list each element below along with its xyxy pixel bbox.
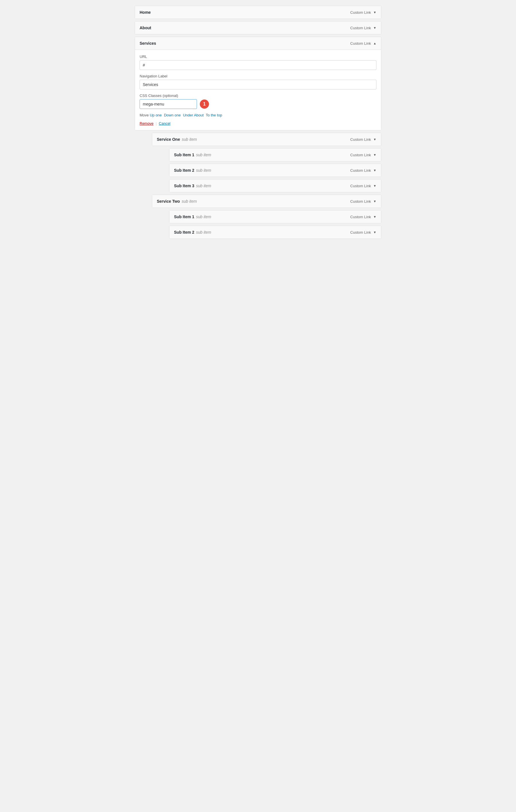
menu-item-type-label-sub-item-2b: Custom Link [350, 230, 371, 235]
menu-item-title-sub-item-2b: Sub Item 2sub item [174, 230, 211, 235]
menu-item-block-sub-item-3a: Sub Item 3sub itemCustom Link▼ [169, 179, 381, 193]
menu-item-header-sub-item-1b[interactable]: Sub Item 1sub itemCustom Link▼ [170, 210, 381, 223]
menu-item-type-about: Custom Link▼ [350, 26, 376, 30]
menu-item-block-sub-item-1a: Sub Item 1sub itemCustom Link▼ [169, 148, 381, 162]
step-badge: 1 [200, 99, 209, 109]
nav-label-label: Navigation Label [140, 74, 376, 78]
move-link-up-one[interactable]: Up one [150, 113, 162, 117]
menu-item-title-about: About [140, 26, 151, 30]
menu-item-sublabel-service-two: sub item [182, 199, 197, 204]
menu-item-type-service-one: Custom Link▼ [350, 137, 376, 142]
menu-item-block-about: AboutCustom Link▼ [135, 21, 381, 34]
menu-item-title-sub-item-1a: Sub Item 1sub item [174, 152, 211, 157]
menu-item-title-sub-item-1b: Sub Item 1sub item [174, 214, 211, 219]
menu-list: HomeCustom Link▼AboutCustom Link▼Service… [135, 6, 381, 239]
action-separator: | [154, 121, 158, 125]
menu-item-title-service-two: Service Twosub item [157, 199, 197, 204]
menu-item-header-sub-item-2b[interactable]: Sub Item 2sub itemCustom Link▼ [170, 226, 381, 238]
menu-item-header-sub-item-3a[interactable]: Sub Item 3sub itemCustom Link▼ [170, 179, 381, 192]
menu-item-block-service-two: Service Twosub itemCustom Link▼ [152, 195, 381, 208]
menu-item-service-two: Service Twosub itemCustom Link▼ [152, 195, 381, 208]
menu-item-about: AboutCustom Link▼ [135, 21, 381, 34]
menu-item-header-home[interactable]: HomeCustom Link▼ [135, 6, 381, 19]
menu-item-header-sub-item-2a[interactable]: Sub Item 2sub itemCustom Link▼ [170, 164, 381, 177]
css-classes-input[interactable] [140, 99, 197, 109]
menu-item-sub-item-1b: Sub Item 1sub itemCustom Link▼ [169, 210, 381, 223]
menu-item-block-home: HomeCustom Link▼ [135, 6, 381, 19]
menu-item-type-label-sub-item-2a: Custom Link [350, 168, 371, 173]
menu-item-type-service-two: Custom Link▼ [350, 199, 376, 204]
menu-item-sub-item-1a: Sub Item 1sub itemCustom Link▼ [169, 148, 381, 162]
menu-item-title-services: Services [140, 41, 156, 46]
chevron-icon-sub-item-3a: ▼ [373, 184, 376, 187]
chevron-icon-sub-item-1a: ▼ [373, 153, 376, 156]
chevron-icon-service-two: ▼ [373, 200, 376, 203]
menu-item-block-service-one: Service Onesub itemCustom Link▼ [152, 133, 381, 146]
css-classes-label: CSS Classes (optional) [140, 93, 376, 98]
menu-item-type-label-service-two: Custom Link [350, 199, 371, 204]
menu-item-block-sub-item-2b: Sub Item 2sub itemCustom Link▼ [169, 226, 381, 239]
move-link-under-about[interactable]: Under About [183, 113, 204, 117]
menu-item-block-sub-item-1b: Sub Item 1sub itemCustom Link▼ [169, 210, 381, 223]
menu-item-type-sub-item-1b: Custom Link▼ [350, 215, 376, 219]
menu-item-type-label-sub-item-1b: Custom Link [350, 215, 371, 219]
move-links: Move Up one Down one Under About To the … [140, 113, 376, 117]
chevron-icon-sub-item-2a: ▼ [373, 169, 376, 172]
menu-item-type-label-about: Custom Link [350, 26, 371, 30]
menu-item-sub-item-2b: Sub Item 2sub itemCustom Link▼ [169, 226, 381, 239]
css-classes-field-group: CSS Classes (optional)1 [140, 93, 376, 109]
nav-label-field-group: Navigation Label [140, 74, 376, 89]
chevron-icon-about: ▼ [373, 26, 376, 30]
menu-item-type-sub-item-1a: Custom Link▼ [350, 153, 376, 157]
menu-item-sublabel-sub-item-1b: sub item [196, 214, 211, 219]
css-classes-wrapper: 1 [140, 99, 376, 109]
chevron-icon-sub-item-2b: ▼ [373, 231, 376, 234]
menu-item-header-services[interactable]: ServicesCustom Link▲ [135, 37, 381, 50]
action-links: Remove | Cancel [140, 121, 376, 125]
move-link-down-one[interactable]: Down one [164, 113, 181, 117]
url-input[interactable] [140, 60, 376, 70]
menu-item-block-services: ServicesCustom Link▲URLNavigation LabelC… [135, 37, 381, 130]
menu-item-type-label-sub-item-1a: Custom Link [350, 153, 371, 157]
menu-item-sub-item-2a: Sub Item 2sub itemCustom Link▼ [169, 164, 381, 177]
menu-item-expanded-services: URLNavigation LabelCSS Classes (optional… [135, 50, 381, 130]
remove-link[interactable]: Remove [140, 121, 153, 125]
menu-item-sublabel-service-one: sub item [182, 137, 197, 142]
menu-item-type-sub-item-3a: Custom Link▼ [350, 184, 376, 188]
menu-item-sublabel-sub-item-3a: sub item [196, 183, 211, 188]
menu-item-type-home: Custom Link▼ [350, 10, 376, 14]
menu-item-type-label-services: Custom Link [350, 41, 371, 46]
menu-item-title-home: Home [140, 10, 151, 14]
menu-item-home: HomeCustom Link▼ [135, 6, 381, 19]
menu-item-service-one: Service Onesub itemCustom Link▼ [152, 133, 381, 146]
menu-item-header-sub-item-1a[interactable]: Sub Item 1sub itemCustom Link▼ [170, 148, 381, 161]
chevron-icon-sub-item-1b: ▼ [373, 215, 376, 219]
chevron-icon-service-one: ▼ [373, 138, 376, 141]
nav-label-input[interactable] [140, 80, 376, 89]
menu-item-header-service-two[interactable]: Service Twosub itemCustom Link▼ [152, 195, 381, 208]
url-label: URL [140, 55, 376, 59]
menu-item-type-sub-item-2a: Custom Link▼ [350, 168, 376, 173]
menu-item-type-services: Custom Link▲ [350, 41, 376, 46]
menu-item-sublabel-sub-item-2a: sub item [196, 168, 211, 173]
move-link-to-the-top[interactable]: To the top [206, 113, 222, 117]
menu-item-type-label-sub-item-3a: Custom Link [350, 184, 371, 188]
menu-item-type-label-service-one: Custom Link [350, 137, 371, 142]
menu-item-type-sub-item-2b: Custom Link▼ [350, 230, 376, 235]
menu-item-title-sub-item-3a: Sub Item 3sub item [174, 183, 211, 188]
menu-item-type-label-home: Custom Link [350, 10, 371, 14]
menu-item-sublabel-sub-item-2b: sub item [196, 230, 211, 235]
chevron-icon-home: ▼ [373, 10, 376, 14]
menu-item-sub-item-3a: Sub Item 3sub itemCustom Link▼ [169, 179, 381, 193]
menu-item-header-service-one[interactable]: Service Onesub itemCustom Link▼ [152, 133, 381, 146]
url-field-group: URL [140, 55, 376, 70]
menu-item-block-sub-item-2a: Sub Item 2sub itemCustom Link▼ [169, 164, 381, 177]
chevron-icon-services: ▲ [373, 41, 376, 45]
menu-item-services: ServicesCustom Link▲URLNavigation LabelC… [135, 37, 381, 130]
menu-item-title-service-one: Service Onesub item [157, 137, 197, 142]
menu-item-title-sub-item-2a: Sub Item 2sub item [174, 168, 211, 173]
menu-item-header-about[interactable]: AboutCustom Link▼ [135, 22, 381, 34]
cancel-link[interactable]: Cancel [159, 121, 170, 125]
menu-item-sublabel-sub-item-1a: sub item [196, 152, 211, 157]
